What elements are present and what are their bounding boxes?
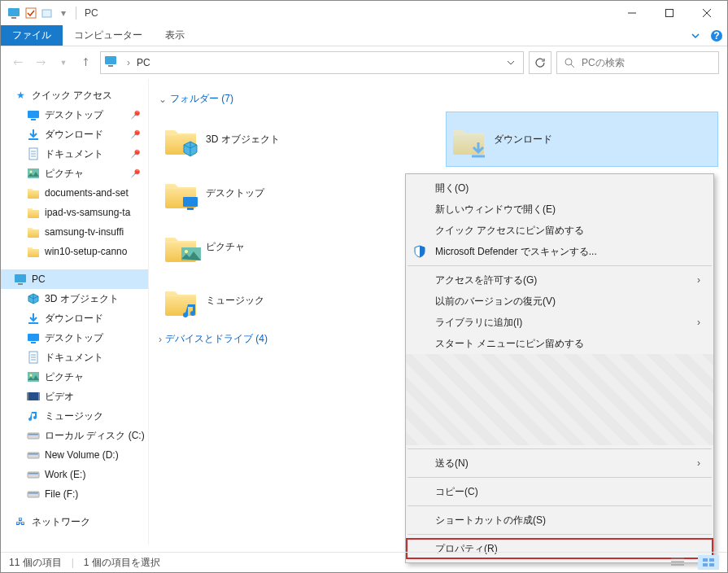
nav-quick-item[interactable]: win10-setup-canno xyxy=(1,242,148,261)
ctx-pin-quick-access[interactable]: クイック アクセスにピン留めする xyxy=(406,220,713,241)
back-button[interactable]: 🡐 xyxy=(9,54,27,72)
up-button[interactable]: 🡑 xyxy=(77,54,95,72)
nav-pc-item[interactable]: ピクチャ xyxy=(1,367,148,387)
folder-icon xyxy=(163,122,198,156)
path-dropdown-icon[interactable] xyxy=(507,59,520,67)
nav-pc-item[interactable]: 3D オブジェクト xyxy=(1,289,148,308)
pin-icon: 📍 xyxy=(127,165,144,182)
search-input[interactable]: PCの検索 xyxy=(556,51,719,74)
svg-point-27 xyxy=(185,250,188,253)
nav-pc-item[interactable]: ダウンロード xyxy=(1,308,148,328)
window-title: PC xyxy=(85,7,98,19)
ribbon-expand-icon[interactable] xyxy=(685,25,706,46)
svg-rect-30 xyxy=(703,563,708,566)
3d-icon xyxy=(27,292,40,305)
refresh-button[interactable] xyxy=(529,51,551,74)
nav-quick-item[interactable]: デスクトップ📍 xyxy=(1,105,148,125)
nav-quick-item[interactable]: ピクチャ📍 xyxy=(1,164,148,183)
ctx-grant-access[interactable]: アクセスを許可する(G)› xyxy=(406,269,713,291)
close-button[interactable] xyxy=(688,1,726,25)
folder-icon xyxy=(163,283,198,317)
address-path[interactable]: › PC xyxy=(100,51,524,74)
svg-rect-15 xyxy=(28,334,39,341)
ctx-defender-scan[interactable]: Microsoft Defender でスキャンする... xyxy=(406,241,713,262)
ctx-send-to[interactable]: 送る(N)› xyxy=(406,453,713,474)
nav-quick-item[interactable]: ダウンロード📍 xyxy=(1,125,148,144)
pc-icon xyxy=(7,4,22,22)
group-folders[interactable]: ⌄フォルダー (7) xyxy=(159,92,717,106)
nav-pc[interactable]: PC xyxy=(1,269,148,289)
folder-icon xyxy=(451,122,486,156)
nav-quick-access[interactable]: ★クイック アクセス xyxy=(1,85,148,105)
folder-item[interactable]: デスクトップ xyxy=(159,166,430,220)
nav-pc-item[interactable]: ローカル ディスク (C:) xyxy=(1,426,148,445)
svg-rect-16 xyxy=(31,342,36,343)
download-icon xyxy=(27,312,40,325)
picture-icon xyxy=(27,167,40,180)
nav-quick-item[interactable]: ドキュメント📍 xyxy=(1,144,148,164)
ctx-create-shortcut[interactable]: ショートカットの作成(S) xyxy=(406,510,713,531)
folder-item[interactable]: ミュージック xyxy=(159,273,430,327)
pc-icon xyxy=(104,55,120,71)
svg-rect-22 xyxy=(38,392,40,400)
shield-icon xyxy=(412,244,427,259)
ctx-open-new-window[interactable]: 新しいウィンドウで開く(E) xyxy=(406,199,713,220)
tab-computer[interactable]: コンピューター xyxy=(63,25,154,46)
nav-network[interactable]: 🖧ネットワーク xyxy=(1,512,148,531)
nav-pc-item[interactable]: デスクトップ xyxy=(1,328,148,348)
nav-quick-item[interactable]: documents-and-set xyxy=(1,183,148,203)
svg-rect-29 xyxy=(709,558,714,562)
download-icon xyxy=(27,128,40,141)
nav-pc-item[interactable]: File (F:) xyxy=(1,484,148,504)
disk-icon xyxy=(27,448,40,461)
qat-properties-icon[interactable] xyxy=(24,4,38,22)
search-icon xyxy=(564,57,575,68)
folder-icon xyxy=(27,206,40,219)
nav-pc-item[interactable]: ミュージック xyxy=(1,406,148,426)
separator xyxy=(408,534,712,535)
svg-rect-11 xyxy=(31,119,36,120)
recent-dropdown[interactable]: ▼ xyxy=(54,54,72,72)
minimize-button[interactable] xyxy=(613,1,651,25)
nav-quick-item[interactable]: ipad-vs-samsung-ta xyxy=(1,203,148,222)
address-bar: 🡐 🡒 ▼ 🡑 › PC PCの検索 xyxy=(1,46,727,79)
svg-rect-24 xyxy=(187,208,194,210)
ctx-open[interactable]: 開く(O) xyxy=(406,177,713,199)
maximize-button[interactable] xyxy=(651,1,688,25)
tab-file[interactable]: ファイル xyxy=(1,25,63,46)
path-segment[interactable]: PC xyxy=(137,57,150,68)
help-icon[interactable]: ? xyxy=(706,25,727,46)
search-placeholder: PCの検索 xyxy=(582,56,625,70)
ctx-add-library[interactable]: ライブラリに追加(I)› xyxy=(406,312,713,333)
ribbon: ファイル コンピューター 表示 ? xyxy=(1,25,727,46)
network-icon: 🖧 xyxy=(14,515,27,528)
nav-pc-item[interactable]: ドキュメント xyxy=(1,348,148,367)
folder-item[interactable]: 3D オブジェクト xyxy=(159,112,430,166)
folder-item[interactable]: ピクチャ xyxy=(159,220,430,273)
nav-quick-item[interactable]: samsung-tv-insuffi xyxy=(1,222,148,242)
folder-label: ダウンロード xyxy=(494,133,552,147)
forward-button[interactable]: 🡒 xyxy=(32,54,50,72)
nav-pc-item[interactable]: Work (E:) xyxy=(1,465,148,484)
music-icon xyxy=(27,409,40,422)
view-large-button[interactable] xyxy=(698,555,719,570)
pc-icon xyxy=(14,273,27,286)
qat-newfolder-icon[interactable] xyxy=(40,4,54,22)
folder-label: ミュージック xyxy=(206,294,264,308)
nav-pc-item[interactable]: New Volume (D:) xyxy=(1,445,148,465)
svg-text:?: ? xyxy=(713,30,719,42)
ctx-pin-start[interactable]: スタート メニューにピン留めする xyxy=(406,333,713,354)
ctx-redacted-area xyxy=(406,354,713,445)
svg-rect-23 xyxy=(183,197,198,207)
folder-item[interactable]: ダウンロード xyxy=(447,112,718,166)
qat-dropdown-icon[interactable]: ▾ xyxy=(56,4,71,22)
document-icon xyxy=(27,351,40,364)
tab-view[interactable]: 表示 xyxy=(154,25,196,46)
ctx-restore-versions[interactable]: 以前のバージョンの復元(V) xyxy=(406,291,713,312)
view-details-button[interactable] xyxy=(667,555,688,570)
nav-pc-item[interactable]: ビデオ xyxy=(1,387,148,406)
ctx-copy[interactable]: コピー(C) xyxy=(406,481,713,502)
context-menu[interactable]: 開く(O) 新しいウィンドウで開く(E) クイック アクセスにピン留めする Mi… xyxy=(405,173,714,563)
navigation-pane[interactable]: ★クイック アクセス デスクトップ📍ダウンロード📍ドキュメント📍ピクチャ📍doc… xyxy=(1,79,149,545)
chevron-right-icon: › xyxy=(697,274,700,286)
